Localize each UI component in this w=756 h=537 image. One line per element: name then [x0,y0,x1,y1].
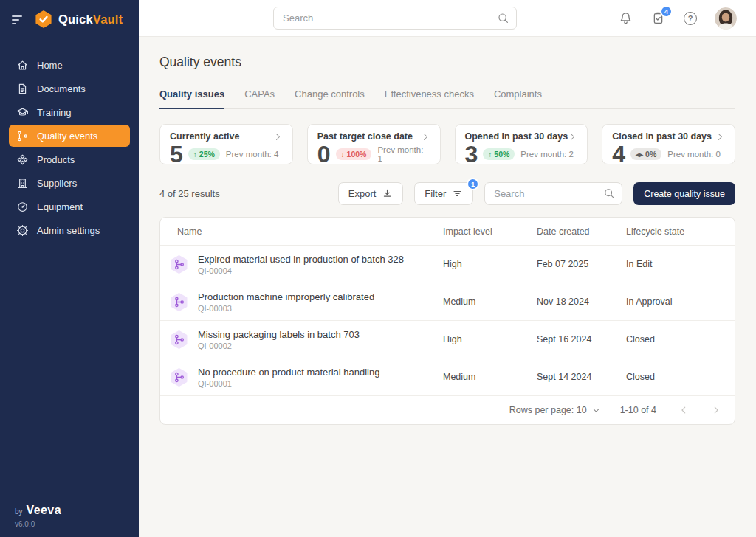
sidebar-item-training[interactable]: Training [9,101,130,123]
sidebar-menu: Home Documents Training Quality events P… [0,53,139,242]
tab-complaints[interactable]: Complaints [494,89,542,109]
help-button[interactable]: ? [682,10,698,27]
logo-hexagon-check-icon [34,10,53,29]
stat-value: 3 [465,142,478,166]
row-impact: High [443,259,537,269]
stat-title: Closed in past 30 days [612,131,712,142]
row-impact: Medium [443,297,537,307]
row-impact: Medium [443,372,537,382]
user-avatar[interactable] [715,7,737,30]
help-icon: ? [684,12,697,25]
stat-cards: Currently active 5 ↑25% Prev month: 4 Pa… [159,124,735,164]
row-date: Sept 14 2024 [537,372,626,382]
tasks-button[interactable]: 4 [650,10,666,27]
sidebar-item-suppliers[interactable]: Suppliers [9,172,130,194]
row-state: In Edit [626,259,735,269]
collapse-menu-icon[interactable] [12,14,25,24]
stat-card-currently-active[interactable]: Currently active 5 ↑25% Prev month: 4 [159,124,293,164]
stat-card-closed-past-30-days[interactable]: Closed in past 30 days 4 ◂▸0% Prev month… [602,124,735,164]
topbar: 4 ? [139,0,756,37]
quality-issue-icon [169,292,189,312]
tab-quality-issues[interactable]: Quality issues [159,89,224,109]
quality-issue-icon [169,330,189,350]
list-toolbar: 4 of 25 results Export Filter 1 [159,182,735,205]
quality-issues-table: Name Impact level Date created Lifecycle… [159,217,735,425]
sidebar-header: QuickVault [0,0,139,38]
app-window: QuickVault Home Documents Training Quali… [0,0,756,537]
previous-page-button[interactable] [678,405,689,415]
stat-trend-value: 50% [494,150,509,159]
stat-prev-month: Prev month: 1 [377,145,430,163]
table-row[interactable]: Expired material used in production of b… [160,246,735,283]
row-name: Expired material used in production of b… [198,254,404,265]
row-id: QI-00003 [198,304,374,313]
app-version: v6.0.0 [15,520,61,528]
sidebar-item-label: Admin settings [37,225,100,236]
sidebar-item-quality-events[interactable]: Quality events [9,125,130,147]
stat-card-opened-past-30-days[interactable]: Opened in past 30 days 3 ↑50% Prev month… [455,124,588,164]
export-label: Export [348,188,377,199]
stat-prev-month: Prev month: 4 [226,150,279,159]
byline-prefix: by [15,507,23,516]
next-page-button[interactable] [711,405,721,415]
sidebar-item-label: Documents [37,83,86,94]
trend-up-icon: ↑ [193,150,197,159]
stat-card-past-target-close-date[interactable]: Past target close date 0 ↓100% Prev mont… [307,124,441,164]
table-row[interactable]: Production machine improperly calibrated… [160,283,735,321]
stat-trend-badge: ◂▸0% [630,148,662,160]
sidebar-footer: by Veeva v6.0.0 [15,504,61,528]
table-row[interactable]: No procedure on product material handlin… [160,358,735,396]
page-content: Quality events Quality issues CAPAs Chan… [139,37,756,537]
filter-count-badge: 1 [467,178,479,190]
row-state: Closed [626,334,735,344]
sidebar-item-documents[interactable]: Documents [9,77,130,100]
create-quality-issue-button[interactable]: Create quality issue [633,182,735,205]
table-search [484,182,622,205]
column-name: Name [160,226,443,237]
document-icon [16,83,29,95]
quality-issue-icon [169,254,189,274]
trend-flat-icon: ◂▸ [636,150,643,159]
chevron-down-icon [591,406,601,415]
suppliers-icon [16,177,29,190]
rows-per-page-select[interactable]: Rows per page: 10 [509,405,601,415]
row-name: Missing packaging labels in batch 703 [198,329,360,340]
row-impact: High [443,334,537,344]
filter-label: Filter [425,188,446,199]
row-id: QI-00001 [198,379,379,388]
stat-trend-value: 100% [347,150,367,159]
notifications-button[interactable] [617,10,633,27]
vendor-byline: by Veeva [15,504,61,517]
stat-trend-badge: ↓100% [336,148,372,160]
stat-value: 4 [612,142,625,166]
sidebar-item-label: Training [37,107,71,118]
table-search-input[interactable] [484,182,622,205]
column-impact-level: Impact level [443,226,537,237]
tab-change-controls[interactable]: Change controls [295,89,365,109]
row-id: QI-00004 [198,266,404,275]
tab-capas[interactable]: CAPAs [244,89,275,109]
filter-button[interactable]: Filter 1 [414,182,473,205]
topbar-actions: 4 ? [617,7,737,30]
sidebar-item-label: Products [37,154,75,165]
stat-value: 5 [170,142,182,166]
chevron-right-icon [711,405,721,415]
sidebar-item-products[interactable]: Products [9,148,130,170]
gear-icon [16,224,29,237]
sidebar-item-equipment[interactable]: Equipment [9,195,130,218]
main-area: 4 ? Quality events Quality [139,0,756,537]
row-id: QI-00002 [198,342,360,350]
row-state: In Approval [626,297,735,307]
tab-effectiveness-checks[interactable]: Effectiveness checks [385,89,474,109]
bell-icon [619,11,633,25]
sidebar-item-home[interactable]: Home [9,54,130,76]
tasks-count-badge: 4 [660,5,673,18]
export-button[interactable]: Export [338,182,404,205]
stat-trend-badge: ↑50% [483,148,515,160]
table-header: Name Impact level Date created Lifecycle… [160,218,735,246]
sidebar-item-label: Home [37,60,63,71]
global-search-input[interactable] [273,7,517,30]
search-icon [603,187,615,199]
table-row[interactable]: Missing packaging labels in batch 703 QI… [160,321,735,358]
sidebar-item-admin-settings[interactable]: Admin settings [9,219,130,241]
